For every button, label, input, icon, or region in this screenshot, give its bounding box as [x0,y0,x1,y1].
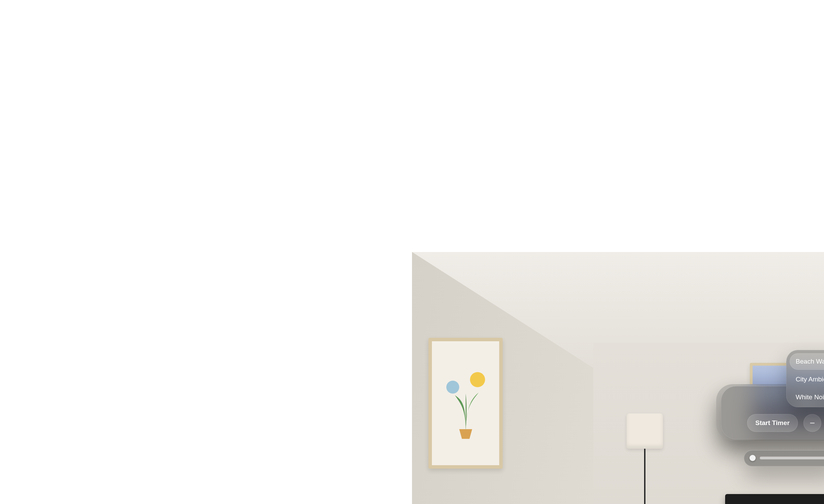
menu-item-label: White Noise [796,393,824,401]
sound-menu-item-white-noise[interactable]: White Noise [790,389,824,405]
menu-item-label: Beach Waves [796,358,824,365]
floor-lamp-left [622,413,667,504]
svg-point-0 [470,372,485,387]
slider-track[interactable] [760,457,824,459]
wall-art-plant [428,338,503,469]
room-background [412,252,824,504]
sound-menu-item-beach-waves[interactable]: Beach Waves [790,353,824,370]
start-timer-button[interactable]: Start Timer [747,414,798,432]
volume-slider-panel [744,450,824,466]
decrease-button[interactable] [803,414,821,432]
tv [725,494,824,504]
sound-menu-item-city-ambience[interactable]: City Ambience [790,371,824,388]
menu-item-label: City Ambience [796,376,824,383]
slider-thumb[interactable] [749,455,756,461]
svg-rect-2 [810,423,814,423]
sound-menu: Beach Waves City Ambience White Noise [786,350,824,407]
minus-icon [809,420,816,426]
start-timer-label: Start Timer [755,419,790,427]
svg-point-1 [446,381,459,394]
timer-controls: Start Timer [730,414,824,432]
